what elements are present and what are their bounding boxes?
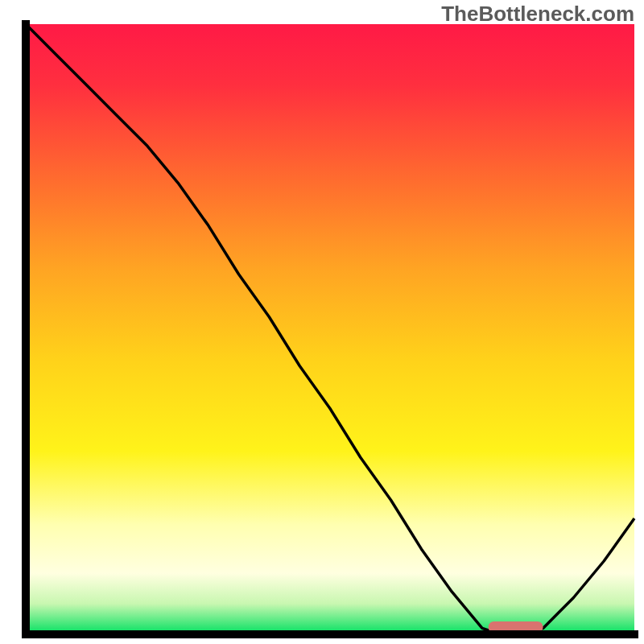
chart-svg xyxy=(0,0,644,644)
watermark-text: TheBottleneck.com xyxy=(441,2,634,27)
bottleneck-chart: TheBottleneck.com xyxy=(0,0,644,644)
